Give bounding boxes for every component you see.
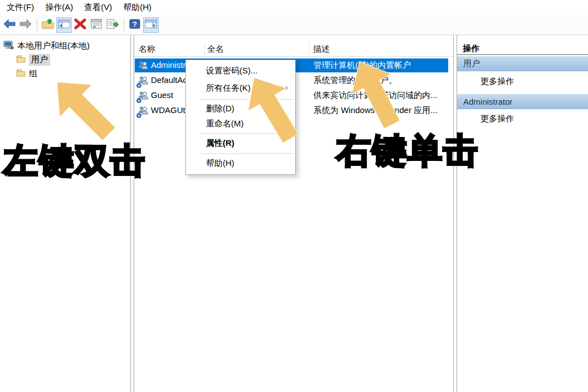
menu-file[interactable]: 文件(F)	[1, 1, 40, 14]
svg-text:?: ?	[133, 20, 137, 28]
tree-root-label: 本地用户和组(本地)	[17, 41, 90, 51]
local-users-groups-window: 文件(F) 操作(A) 查看(V) 帮助(H)	[0, 0, 588, 392]
menu-help[interactable]: 帮助(H)	[117, 1, 157, 14]
menu-action[interactable]: 操作(A)	[40, 1, 79, 14]
column-header-fullname[interactable]: 全名	[207, 44, 224, 55]
actions-pane-title: 操作	[457, 42, 588, 55]
tree-users-label: 用户	[29, 54, 50, 66]
actions-section-users[interactable]: 用户	[457, 56, 588, 71]
column-divider[interactable]	[204, 43, 205, 55]
annotation-right-single-click: 右键单击	[336, 134, 479, 168]
panel-divider[interactable]	[130, 35, 134, 392]
help-button[interactable]: ?	[127, 17, 143, 33]
delete-button[interactable]	[72, 17, 88, 33]
toolbar: ?	[0, 15, 588, 35]
action-pane-icon	[145, 19, 157, 31]
column-divider[interactable]	[309, 43, 310, 55]
show-console-tree-button[interactable]	[56, 17, 72, 33]
user-icon	[138, 61, 149, 71]
folder-icon	[16, 55, 26, 65]
tree-item-users[interactable]: 用户	[16, 53, 50, 66]
menu-bar: 文件(F) 操作(A) 查看(V) 帮助(H)	[0, 0, 588, 15]
back-arrow-icon	[3, 18, 16, 32]
column-header-description[interactable]: 描述	[313, 44, 330, 55]
show-action-pane-button[interactable]	[143, 17, 159, 33]
up-folder-button[interactable]	[40, 17, 56, 33]
toolbar-separator	[37, 18, 37, 31]
properties-icon	[90, 19, 102, 31]
column-header-name[interactable]: 名称	[139, 44, 155, 55]
forward-button[interactable]	[18, 17, 33, 33]
menu-separator	[200, 153, 293, 154]
annotation-left-double-click: 左键双击	[3, 144, 146, 178]
list-header: 名称 全名 描述	[134, 42, 453, 57]
folder-icon	[16, 69, 26, 79]
menu-view[interactable]: 查看(V)	[79, 1, 117, 14]
export-list-button[interactable]	[105, 17, 120, 33]
disabled-arrow-icon	[136, 110, 141, 120]
export-list-icon	[106, 19, 119, 31]
tree-item-groups[interactable]: 组	[16, 67, 37, 80]
menu-item-help[interactable]: 帮助(H)	[186, 155, 295, 171]
more-actions-users[interactable]: 更多操作	[481, 75, 514, 87]
more-actions-administrator[interactable]: 更多操作	[481, 112, 514, 125]
delete-x-icon	[74, 18, 87, 32]
tree-item-root[interactable]: 本地用户和组(本地)	[3, 40, 90, 52]
forward-arrow-icon	[19, 18, 32, 32]
panel-divider[interactable]	[453, 35, 457, 392]
user-name: Guest	[151, 90, 173, 100]
toolbar-separator	[124, 18, 124, 31]
tree-groups-label: 组	[29, 68, 37, 79]
up-folder-icon	[41, 18, 55, 32]
actions-section-administrator[interactable]: Administrator	[457, 94, 588, 109]
local-users-groups-icon	[3, 41, 14, 52]
back-button[interactable]	[2, 17, 17, 33]
properties-button[interactable]	[89, 17, 104, 33]
actions-pane: 操作 用户 更多操作 Administrator 更多操作	[457, 35, 588, 392]
help-icon: ?	[129, 19, 140, 31]
console-tree-icon	[58, 19, 70, 31]
